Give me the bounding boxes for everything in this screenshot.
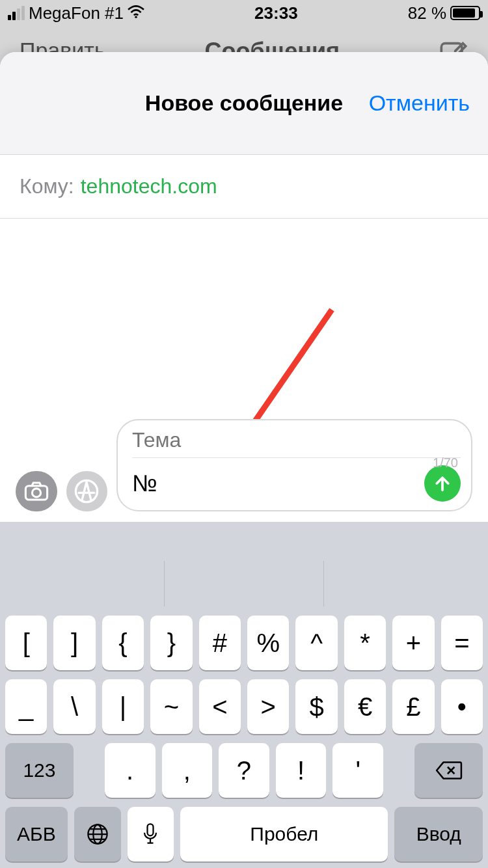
key[interactable]: • [441,679,483,734]
key[interactable]: , [162,743,213,798]
key[interactable]: . [105,743,156,798]
key[interactable]: £ [392,679,434,734]
wifi-icon [128,4,144,22]
key[interactable]: # [199,616,241,670]
message-content-area: 1/70 [0,219,488,522]
key[interactable]: | [102,679,144,734]
battery-percent: 82 % [408,3,446,23]
char-counter: 1/70 [433,455,458,470]
key[interactable]: + [392,616,434,670]
sheet-title: Новое сообщение [145,90,343,116]
status-time: 23:33 [254,3,298,23]
key[interactable]: ] [53,616,95,670]
key[interactable]: ? [219,743,269,798]
key[interactable]: $ [295,679,337,734]
key[interactable]: = [441,616,483,670]
key[interactable]: ~ [150,679,192,734]
keyboard: [ ] { } # % ^ * + = _ \ | ~ < > $ € £ • … [0,522,488,868]
key[interactable]: ^ [295,616,337,670]
key[interactable]: { [102,616,144,670]
cancel-button[interactable]: Отменить [369,90,470,116]
camera-button[interactable] [16,471,57,511]
signal-icon [8,6,25,20]
svg-rect-8 [148,824,154,835]
predict-slot[interactable] [5,561,165,606]
key[interactable]: * [344,616,386,670]
key[interactable]: < [199,679,241,734]
key[interactable]: > [247,679,289,734]
return-key[interactable]: Ввод [394,807,483,861]
key-row-2: _ \ | ~ < > $ € £ • [5,679,483,734]
message-input-box: 1/70 [116,419,472,511]
key-row-3: 123 . , ? ! ' [5,743,483,798]
key[interactable]: % [247,616,289,670]
sheet-header: Новое сообщение Отменить [0,52,488,155]
predict-slot[interactable] [165,561,324,606]
key[interactable]: [ [5,616,47,670]
space-key[interactable]: Пробел [180,807,388,861]
key[interactable]: € [344,679,386,734]
mic-icon [139,822,162,846]
globe-icon [86,822,109,846]
to-field-row[interactable]: Кому: tehnotech.com [0,155,488,219]
key[interactable]: \ [53,679,95,734]
predict-slot[interactable] [324,561,483,606]
svg-point-4 [32,489,40,497]
globe-key[interactable] [74,807,121,861]
key[interactable]: } [150,616,192,670]
key-row-4: АБВ Пробел Ввод [5,807,483,861]
svg-point-0 [135,16,137,18]
battery-icon [450,6,480,20]
dictation-key[interactable] [128,807,174,861]
key[interactable]: _ [5,679,47,734]
to-label: Кому: [20,174,74,198]
carrier-label: MegaFon #1 [29,3,124,23]
message-body-input[interactable] [132,470,424,497]
key[interactable]: ! [276,743,327,798]
send-button[interactable] [424,465,461,502]
key-row-1: [ ] { } # % ^ * + = [5,616,483,670]
backspace-key[interactable] [414,743,483,798]
abc-key[interactable]: АБВ [5,807,68,861]
backspace-icon [435,759,463,781]
apps-button[interactable] [66,471,108,511]
predictive-bar [5,561,483,606]
to-recipient: tehnotech.com [81,174,217,198]
key[interactable]: ' [332,743,383,798]
new-message-sheet: Новое сообщение Отменить Кому: tehnotech… [0,52,488,868]
subject-input[interactable] [132,427,461,457]
numbers-key[interactable]: 123 [5,743,74,798]
status-bar: MegaFon #1 23:33 82 % [0,0,488,26]
